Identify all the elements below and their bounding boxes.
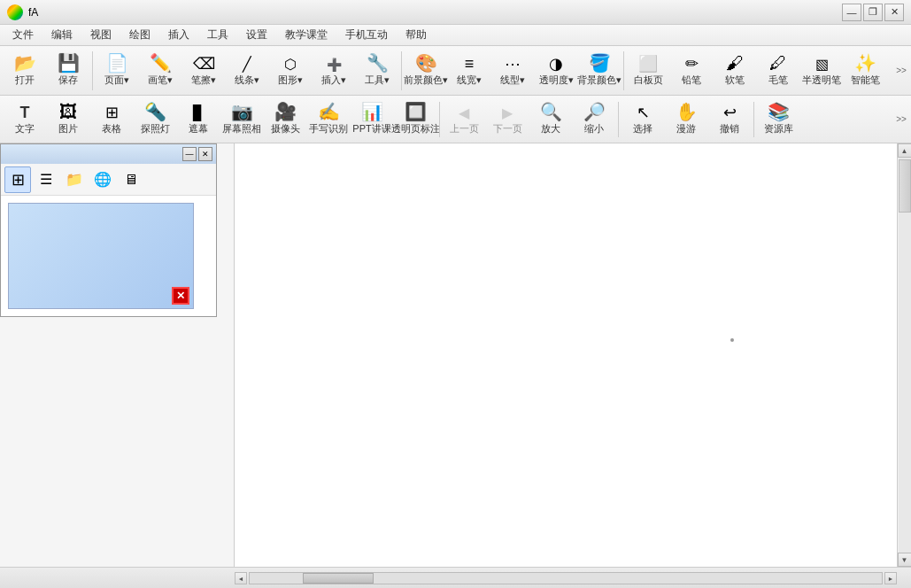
menu-file[interactable]: 文件 <box>4 26 42 45</box>
image-button[interactable]: 图片 <box>47 97 89 142</box>
screencap-button[interactable]: 屏幕照相 <box>220 97 263 142</box>
spotlight-label: 探照灯 <box>141 122 170 135</box>
menu-edit[interactable]: 编辑 <box>42 26 81 45</box>
prev-button[interactable]: 上一页 <box>443 97 485 142</box>
pencil-button[interactable]: 铅笔 <box>670 49 713 93</box>
linetype-button[interactable]: 线型▾ <box>491 49 534 93</box>
hscroll-thumb[interactable] <box>303 573 374 584</box>
list-view-button[interactable]: ☰ <box>33 166 59 193</box>
hscroll-right-button[interactable]: ► <box>884 572 897 584</box>
eraser-button[interactable]: 笔擦▾ <box>182 49 225 93</box>
insert-button[interactable]: 插入▾ <box>313 49 355 93</box>
calligraphy-button[interactable]: 毛笔 <box>757 49 799 93</box>
whiteboard-label: 白板页 <box>634 74 663 87</box>
handwrite-button[interactable]: 手写识别 <box>307 97 350 142</box>
page-button[interactable]: 页面▾ <box>96 49 138 93</box>
main-canvas[interactable] <box>235 143 897 567</box>
folder-view-button[interactable]: 📁 <box>61 166 88 193</box>
menu-teaching[interactable]: 教学课堂 <box>276 26 336 45</box>
menu-mobile[interactable]: 手机互动 <box>336 26 397 45</box>
smart-button[interactable]: 智能笔 <box>844 49 886 93</box>
camera-label: 摄像头 <box>271 122 300 135</box>
curtain-icon <box>193 103 204 120</box>
pen-button[interactable]: 画笔▾ <box>139 49 181 93</box>
whiteboard-button[interactable]: 白板页 <box>627 49 669 93</box>
app-logo-icon <box>7 4 23 20</box>
toolbar1-overflow[interactable]: >> <box>895 51 907 90</box>
shape-icon <box>284 54 297 72</box>
save-icon <box>58 54 80 72</box>
table-button[interactable]: 表格 <box>90 97 133 142</box>
scroll-up-button[interactable]: ▲ <box>898 143 912 158</box>
menu-draw[interactable]: 绘图 <box>120 26 159 45</box>
curtain-button[interactable]: 遮幕 <box>177 97 220 142</box>
semitransparent-icon <box>815 54 829 72</box>
screencap-label: 屏幕照相 <box>222 122 261 135</box>
list-view-icon: ☰ <box>40 171 52 188</box>
semitransparent-button[interactable]: 半透明笔 <box>800 49 843 93</box>
linewidth-button[interactable]: 线宽▾ <box>448 49 490 93</box>
handwrite-label: 手写识别 <box>309 122 348 135</box>
smart-icon <box>854 54 876 72</box>
menu-insert[interactable]: 插入 <box>159 26 198 45</box>
scroll-track[interactable] <box>899 158 911 553</box>
zoomout-button[interactable]: 缩小 <box>573 97 615 142</box>
next-button[interactable]: 下一页 <box>486 97 529 142</box>
screencap-icon <box>231 103 253 120</box>
grid-view-button[interactable]: ⊞ <box>4 166 31 193</box>
brush-button[interactable]: 软笔 <box>714 49 756 93</box>
spotlight-button[interactable]: 探照灯 <box>134 97 176 142</box>
resource-button[interactable]: 资源库 <box>757 97 799 142</box>
eraser-icon <box>193 54 215 72</box>
save-button[interactable]: 保存 <box>47 49 89 93</box>
hscroll-left-button[interactable]: ◄ <box>235 572 247 584</box>
camera-button[interactable]: 摄像头 <box>264 97 306 142</box>
zoomin-button[interactable]: 放大 <box>529 97 572 142</box>
hscroll-track[interactable] <box>249 572 883 584</box>
opacity-button[interactable]: 透明度▾ <box>535 49 577 93</box>
slide-delete-button[interactable]: ✕ <box>172 287 189 305</box>
spotlight-icon <box>144 103 166 120</box>
line-button[interactable]: 线条▾ <box>226 49 268 93</box>
menu-tools[interactable]: 工具 <box>198 26 237 45</box>
web-view-button[interactable]: 🌐 <box>89 166 116 193</box>
select-button[interactable]: 选择 <box>621 97 664 142</box>
titlebar-title: fA <box>28 6 38 19</box>
scroll-down-button[interactable]: ▼ <box>898 553 912 567</box>
fgcolor-button[interactable]: 前景颜色▾ <box>405 49 447 93</box>
ppt-button[interactable]: PPT讲课 <box>351 97 393 142</box>
tools-label: 工具▾ <box>365 74 390 87</box>
open-button[interactable]: 打开 <box>4 49 46 93</box>
bgcolor-button[interactable]: 背景颜色▾ <box>578 49 621 93</box>
menu-help[interactable]: 帮助 <box>397 26 436 45</box>
transp-button[interactable]: 透明页标注 <box>394 97 436 142</box>
transp-icon <box>405 103 427 120</box>
semitransparent-label: 半透明笔 <box>802 74 841 87</box>
tools-button[interactable]: 工具▾ <box>356 49 398 93</box>
grid-view-icon: ⊞ <box>12 170 25 190</box>
shape-button[interactable]: 图形▾ <box>269 49 312 93</box>
slide-thumbnail[interactable]: ✕ <box>8 203 194 309</box>
left-panel: — ✕ ⊞ ☰ 📁 🌐 🖥 <box>0 143 235 567</box>
menu-view[interactable]: 视图 <box>81 26 120 45</box>
menu-settings[interactable]: 设置 <box>237 26 276 45</box>
whiteboard-icon <box>638 54 658 72</box>
restore-button[interactable]: ❐ <box>863 4 883 21</box>
slide-panel-minimize[interactable]: — <box>182 147 197 161</box>
minimize-button[interactable]: — <box>842 4 861 21</box>
close-button[interactable]: ✕ <box>884 4 904 21</box>
select-label: 选择 <box>633 122 652 135</box>
scroll-thumb[interactable] <box>899 159 911 213</box>
slide-panel-close[interactable]: ✕ <box>198 147 212 161</box>
screen-view-button[interactable]: 🖥 <box>118 166 144 193</box>
titlebar: fA — ❐ ✕ <box>0 0 911 25</box>
image-icon <box>59 103 77 120</box>
toolbar2-overflow[interactable]: >> <box>895 100 907 139</box>
line-label: 线条▾ <box>235 74 259 87</box>
brush-label: 软笔 <box>725 74 745 87</box>
table-icon <box>105 103 119 120</box>
roam-button[interactable]: 漫游 <box>665 97 707 142</box>
undo-button[interactable]: 撤销 <box>708 97 751 142</box>
text-button[interactable]: 文字 <box>4 97 46 142</box>
horizontal-scrollbar: ◄ ► <box>235 571 897 585</box>
